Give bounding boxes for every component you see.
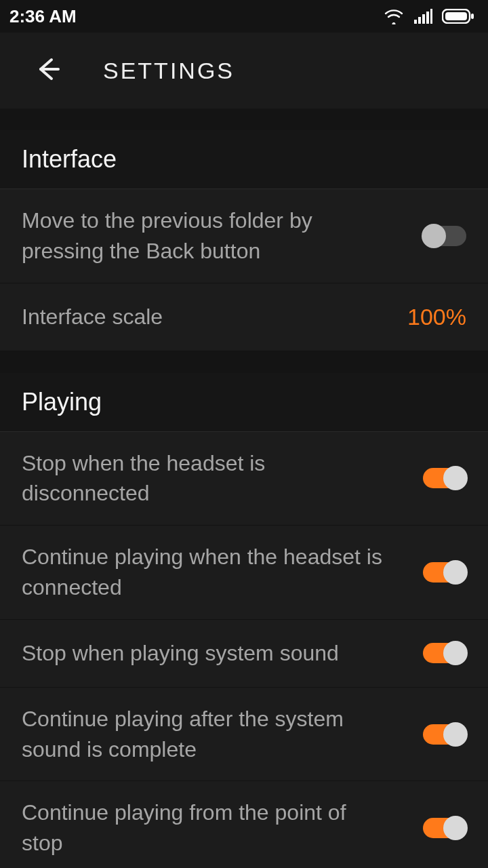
section-title: Interface xyxy=(22,145,466,174)
spacer xyxy=(0,351,488,373)
status-bar: 2:36 AM xyxy=(0,0,488,33)
row-label: Continue playing from the point of stop xyxy=(22,797,388,859)
section-title: Playing xyxy=(22,388,466,416)
svg-rect-6 xyxy=(445,12,467,20)
wifi-icon xyxy=(384,8,404,24)
row-label: Stop when playing system sound xyxy=(22,638,339,669)
row-label: Interface scale xyxy=(22,302,163,332)
toggle-continue-from-stop[interactable] xyxy=(423,818,466,838)
row-stop-system-sound[interactable]: Stop when playing system sound xyxy=(0,620,488,688)
toggle-back-folder[interactable] xyxy=(423,226,466,246)
svg-rect-3 xyxy=(426,12,429,24)
section-header-playing: Playing xyxy=(0,373,488,432)
svg-rect-0 xyxy=(414,20,417,24)
toggle-stop-headset-disconnect[interactable] xyxy=(423,468,466,488)
toggle-continue-headset-connect[interactable] xyxy=(423,562,466,583)
row-continue-after-system-sound[interactable]: Continue playing after the system sound … xyxy=(0,688,488,782)
row-back-folder[interactable]: Move to the previous folder by pressing … xyxy=(0,189,488,283)
row-label: Continue playing after the system sound … xyxy=(22,704,388,765)
row-continue-from-stop[interactable]: Continue playing from the point of stop xyxy=(0,781,488,868)
battery-icon xyxy=(442,9,474,24)
page-title: SETTINGS xyxy=(103,58,235,84)
svg-rect-7 xyxy=(471,14,474,19)
toggle-stop-system-sound[interactable] xyxy=(423,643,466,663)
arrow-left-icon xyxy=(33,54,62,87)
row-label: Move to the previous folder by pressing … xyxy=(22,205,388,267)
row-interface-scale[interactable]: Interface scale 100% xyxy=(0,283,488,351)
signal-icon xyxy=(413,8,432,24)
status-icons xyxy=(384,8,474,24)
toggle-continue-after-system-sound[interactable] xyxy=(423,724,466,745)
status-time: 2:36 AM xyxy=(9,6,77,27)
svg-rect-4 xyxy=(430,9,432,24)
row-continue-headset-connect[interactable]: Continue playing when the headset is con… xyxy=(0,526,488,620)
back-button[interactable] xyxy=(27,50,68,91)
row-stop-headset-disconnect[interactable]: Stop when the headset is disconnected xyxy=(0,432,488,526)
svg-rect-2 xyxy=(422,14,425,24)
svg-rect-1 xyxy=(418,17,421,24)
row-label: Continue playing when the headset is con… xyxy=(22,542,388,603)
row-value: 100% xyxy=(407,304,466,330)
row-label: Stop when the headset is disconnected xyxy=(22,448,388,509)
app-bar: SETTINGS xyxy=(0,33,488,108)
spacer xyxy=(0,108,488,130)
section-header-interface: Interface xyxy=(0,130,488,189)
